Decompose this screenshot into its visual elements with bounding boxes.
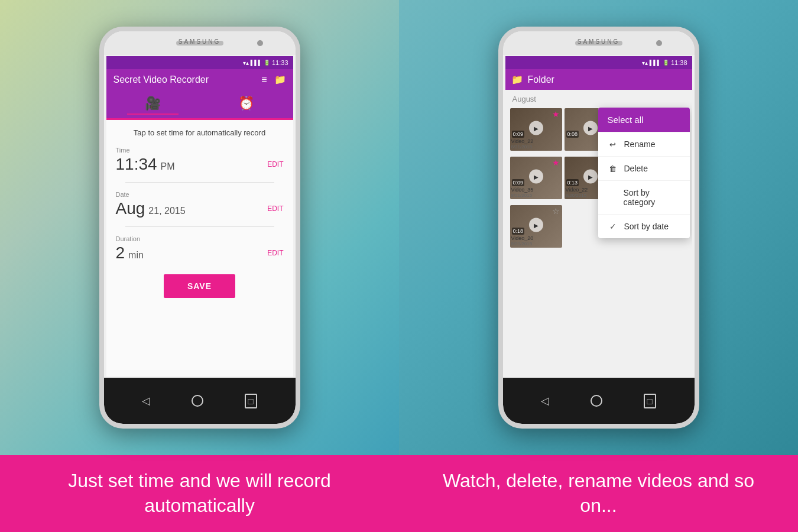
square-button-right[interactable]: □ bbox=[644, 394, 656, 408]
caption-text-left: Just set time and we will record automat… bbox=[24, 469, 375, 518]
caption-bar: Just set time and we will record automat… bbox=[0, 455, 798, 532]
right-phone-frame: SAMSUNG ▾▴ ▌▌▌ 🔋 11:38 📁 Folder bbox=[498, 27, 699, 429]
date-edit-button[interactable]: EDIT bbox=[267, 205, 283, 213]
context-menu: Select all ↩ Rename 🗑 Delete Sort b bbox=[598, 108, 690, 238]
date-label: Date bbox=[116, 191, 284, 198]
duration-6: 0:18 bbox=[512, 228, 525, 235]
phone-nav-left: ◁ □ bbox=[104, 378, 296, 424]
star-badge-1: ★ bbox=[552, 109, 560, 119]
status-bar-left: ▾▴ ▌▌▌ 🔋 11:33 bbox=[106, 56, 293, 69]
back-button-left[interactable]: ◁ bbox=[142, 394, 150, 407]
battery-icon: 🔋 bbox=[264, 60, 270, 66]
play-btn-1[interactable]: ▶ bbox=[529, 121, 543, 135]
signal-icon: ▌▌▌ bbox=[251, 60, 262, 66]
front-camera-right bbox=[656, 40, 662, 46]
duration-3: 0:09 bbox=[512, 179, 525, 186]
time-value: 11:34 bbox=[116, 155, 157, 174]
status-time-right: 11:38 bbox=[671, 59, 687, 66]
duration-edit-button[interactable]: EDIT bbox=[267, 249, 283, 257]
date-detail: 21, 2015 bbox=[148, 206, 185, 216]
video-date-1: 8/21/2015 bbox=[511, 144, 561, 150]
duration-row: 2 min EDIT bbox=[116, 244, 284, 262]
app-title: Secret Video Recorder bbox=[113, 74, 209, 85]
time-label: Time bbox=[116, 147, 284, 154]
tab-bar: 🎥 ⏰ bbox=[106, 90, 293, 120]
folder-title: Folder bbox=[528, 74, 686, 85]
home-button-right[interactable] bbox=[591, 395, 602, 407]
duration-value: 2 bbox=[116, 244, 125, 262]
date-section: Date Aug 21, 2015 EDIT bbox=[116, 191, 284, 218]
video-name-3: Video_35 bbox=[511, 187, 561, 193]
delete-label: Delete bbox=[624, 164, 648, 173]
menu-sort-category[interactable]: Sort by category bbox=[598, 181, 690, 215]
star-badge-3: ★ bbox=[552, 158, 560, 167]
status-icons-left: ▾▴ ▌▌▌ 🔋 11:33 bbox=[243, 59, 288, 66]
folder-header: 📁 Folder bbox=[505, 69, 692, 90]
video-info-1: Video_22 8/21/2015 bbox=[511, 138, 561, 150]
play-btn-3[interactable]: ▶ bbox=[529, 170, 543, 184]
menu-sort-date[interactable]: ✓ Sort by date bbox=[598, 215, 690, 238]
checkmark-icon: ✓ bbox=[608, 222, 618, 231]
home-button-left[interactable] bbox=[192, 395, 203, 407]
right-phone-screen: ▾▴ ▌▌▌ 🔋 11:38 📁 Folder August bbox=[505, 56, 692, 377]
status-bar-right: ▾▴ ▌▌▌ 🔋 11:38 bbox=[505, 56, 692, 69]
caption-right: Watch, delete, rename videos and so on..… bbox=[399, 455, 798, 532]
right-panel: SAMSUNG ▾▴ ▌▌▌ 🔋 11:38 📁 Folder bbox=[399, 0, 798, 455]
video-date-6: 8/20/2015 bbox=[511, 241, 561, 246]
sort-category-label: Sort by category bbox=[623, 188, 680, 207]
wifi-icon-right: ▾▴ bbox=[642, 60, 648, 66]
wifi-icon: ▾▴ bbox=[243, 60, 249, 66]
front-camera bbox=[257, 40, 263, 46]
alarm-tab[interactable]: ⏰ bbox=[220, 93, 272, 115]
video-name-1: Video_22 bbox=[511, 138, 561, 144]
duration-unit: min bbox=[128, 250, 144, 261]
duration-label: Duration bbox=[116, 235, 284, 242]
menu-select-all[interactable]: Select all bbox=[598, 108, 690, 132]
divider-1 bbox=[125, 182, 274, 183]
date-value-group: Aug 21, 2015 bbox=[116, 199, 186, 218]
left-panel: SAMSUNG ▾▴ ▌▌▌ 🔋 11:33 Secret Video Reco… bbox=[0, 0, 399, 455]
square-button-left[interactable]: □ bbox=[245, 394, 257, 408]
status-time-left: 11:33 bbox=[272, 59, 288, 66]
menu-rename[interactable]: ↩ Rename bbox=[598, 132, 690, 157]
time-ampm: PM bbox=[161, 161, 175, 172]
video-thumb-6[interactable]: ☆ ▶ 0:18 Video_20 8/20/2015 bbox=[510, 205, 562, 248]
play-btn-2[interactable]: ▶ bbox=[583, 121, 598, 135]
duration-1: 0:09 bbox=[512, 131, 525, 138]
phone-nav-right: ◁ □ bbox=[503, 378, 695, 424]
duration-2: 0:08 bbox=[566, 131, 579, 138]
save-button[interactable]: SAVE bbox=[164, 274, 235, 298]
video-name-6: Video_20 bbox=[511, 235, 561, 241]
duration-value-group: 2 min bbox=[116, 244, 144, 262]
star-badge-6: ☆ bbox=[552, 206, 560, 216]
menu-delete[interactable]: 🗑 Delete bbox=[598, 157, 690, 181]
rename-label: Rename bbox=[624, 140, 656, 149]
video-date-3: 8/21/2015 bbox=[511, 193, 561, 198]
folder-icon[interactable]: 📁 bbox=[274, 74, 286, 85]
left-phone-screen: ▾▴ ▌▌▌ 🔋 11:33 Secret Video Recorder ≡ 📁 bbox=[106, 56, 293, 377]
video-tab[interactable]: 🎥 bbox=[127, 93, 179, 115]
play-btn-6[interactable]: ▶ bbox=[529, 218, 543, 232]
left-phone-frame: SAMSUNG ▾▴ ▌▌▌ 🔋 11:33 Secret Video Reco… bbox=[99, 27, 300, 429]
app-header-left: Secret Video Recorder ≡ 📁 bbox=[106, 69, 293, 90]
caption-text-right: Watch, delete, rename videos and so on..… bbox=[423, 469, 774, 518]
folder-header-icon: 📁 bbox=[511, 74, 523, 85]
battery-icon-right: 🔋 bbox=[663, 60, 669, 66]
video-thumb-1[interactable]: ★ ▶ 0:09 Video_22 8/21/2015 bbox=[510, 108, 562, 151]
time-value-group: 11:34 PM bbox=[116, 155, 175, 174]
back-button-right[interactable]: ◁ bbox=[541, 394, 549, 407]
time-edit-button[interactable]: EDIT bbox=[267, 160, 283, 168]
header-icons: ≡ 📁 bbox=[261, 74, 286, 85]
caption-left: Just set time and we will record automat… bbox=[0, 455, 399, 532]
date-value: Aug bbox=[116, 199, 145, 218]
sort-date-label: Sort by date bbox=[624, 222, 669, 231]
video-info-3: Video_35 8/21/2015 bbox=[511, 187, 561, 198]
menu-icon[interactable]: ≡ bbox=[261, 74, 267, 85]
select-all-label: Select all bbox=[608, 115, 644, 125]
time-section: Time 11:34 PM EDIT bbox=[116, 147, 284, 174]
schedule-content: Tap to set time for automatically record… bbox=[106, 120, 293, 377]
play-btn-4[interactable]: ▶ bbox=[583, 170, 598, 184]
month-label: August bbox=[505, 90, 692, 106]
video-thumb-3[interactable]: ★ ▶ 0:09 Video_35 8/21/2015 bbox=[510, 157, 562, 199]
video-info-6: Video_20 8/20/2015 bbox=[511, 235, 561, 246]
